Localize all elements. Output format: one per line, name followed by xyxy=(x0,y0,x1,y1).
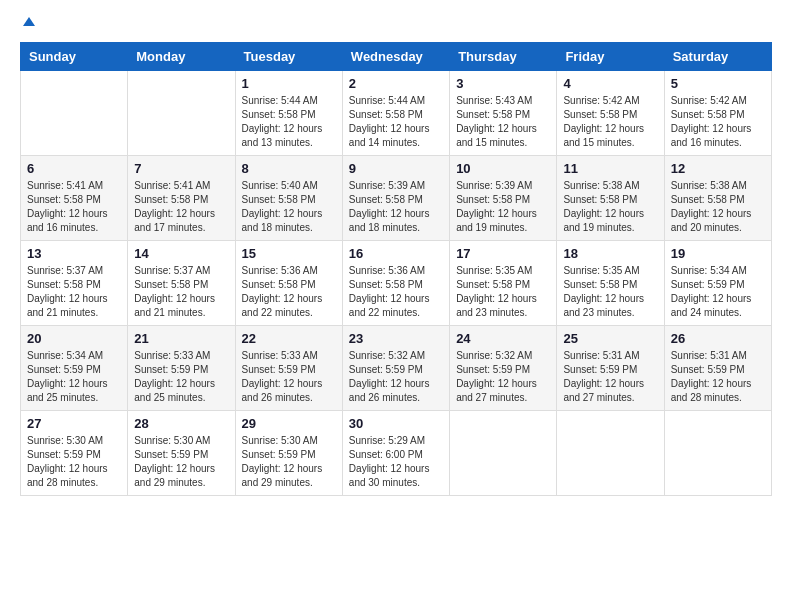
day-cell: 30Sunrise: 5:29 AM Sunset: 6:00 PM Dayli… xyxy=(342,411,449,496)
day-info: Sunrise: 5:35 AM Sunset: 5:58 PM Dayligh… xyxy=(563,264,657,320)
day-number: 27 xyxy=(27,416,121,431)
day-info: Sunrise: 5:30 AM Sunset: 5:59 PM Dayligh… xyxy=(134,434,228,490)
day-info: Sunrise: 5:42 AM Sunset: 5:58 PM Dayligh… xyxy=(671,94,765,150)
day-number: 1 xyxy=(242,76,336,91)
day-number: 14 xyxy=(134,246,228,261)
day-cell: 5Sunrise: 5:42 AM Sunset: 5:58 PM Daylig… xyxy=(664,71,771,156)
column-header-friday: Friday xyxy=(557,43,664,71)
day-cell: 17Sunrise: 5:35 AM Sunset: 5:58 PM Dayli… xyxy=(450,241,557,326)
day-number: 5 xyxy=(671,76,765,91)
day-info: Sunrise: 5:37 AM Sunset: 5:58 PM Dayligh… xyxy=(134,264,228,320)
day-number: 16 xyxy=(349,246,443,261)
day-info: Sunrise: 5:34 AM Sunset: 5:59 PM Dayligh… xyxy=(27,349,121,405)
day-cell: 15Sunrise: 5:36 AM Sunset: 5:58 PM Dayli… xyxy=(235,241,342,326)
column-header-sunday: Sunday xyxy=(21,43,128,71)
day-info: Sunrise: 5:32 AM Sunset: 5:59 PM Dayligh… xyxy=(456,349,550,405)
column-header-monday: Monday xyxy=(128,43,235,71)
day-number: 3 xyxy=(456,76,550,91)
day-info: Sunrise: 5:32 AM Sunset: 5:59 PM Dayligh… xyxy=(349,349,443,405)
day-info: Sunrise: 5:41 AM Sunset: 5:58 PM Dayligh… xyxy=(134,179,228,235)
day-number: 22 xyxy=(242,331,336,346)
day-info: Sunrise: 5:36 AM Sunset: 5:58 PM Dayligh… xyxy=(242,264,336,320)
day-cell: 16Sunrise: 5:36 AM Sunset: 5:58 PM Dayli… xyxy=(342,241,449,326)
column-header-saturday: Saturday xyxy=(664,43,771,71)
day-info: Sunrise: 5:38 AM Sunset: 5:58 PM Dayligh… xyxy=(563,179,657,235)
day-cell: 9Sunrise: 5:39 AM Sunset: 5:58 PM Daylig… xyxy=(342,156,449,241)
day-info: Sunrise: 5:33 AM Sunset: 5:59 PM Dayligh… xyxy=(242,349,336,405)
logo xyxy=(20,20,36,30)
day-number: 29 xyxy=(242,416,336,431)
day-number: 11 xyxy=(563,161,657,176)
week-row-4: 20Sunrise: 5:34 AM Sunset: 5:59 PM Dayli… xyxy=(21,326,772,411)
day-number: 28 xyxy=(134,416,228,431)
day-cell: 11Sunrise: 5:38 AM Sunset: 5:58 PM Dayli… xyxy=(557,156,664,241)
page-header xyxy=(20,20,772,30)
week-row-1: 1Sunrise: 5:44 AM Sunset: 5:58 PM Daylig… xyxy=(21,71,772,156)
day-info: Sunrise: 5:38 AM Sunset: 5:58 PM Dayligh… xyxy=(671,179,765,235)
day-cell: 1Sunrise: 5:44 AM Sunset: 5:58 PM Daylig… xyxy=(235,71,342,156)
day-number: 20 xyxy=(27,331,121,346)
day-cell: 8Sunrise: 5:40 AM Sunset: 5:58 PM Daylig… xyxy=(235,156,342,241)
day-info: Sunrise: 5:43 AM Sunset: 5:58 PM Dayligh… xyxy=(456,94,550,150)
header-row: SundayMondayTuesdayWednesdayThursdayFrid… xyxy=(21,43,772,71)
day-cell: 18Sunrise: 5:35 AM Sunset: 5:58 PM Dayli… xyxy=(557,241,664,326)
day-cell: 19Sunrise: 5:34 AM Sunset: 5:59 PM Dayli… xyxy=(664,241,771,326)
day-number: 15 xyxy=(242,246,336,261)
day-cell: 12Sunrise: 5:38 AM Sunset: 5:58 PM Dayli… xyxy=(664,156,771,241)
day-cell: 14Sunrise: 5:37 AM Sunset: 5:58 PM Dayli… xyxy=(128,241,235,326)
column-header-wednesday: Wednesday xyxy=(342,43,449,71)
day-info: Sunrise: 5:33 AM Sunset: 5:59 PM Dayligh… xyxy=(134,349,228,405)
day-number: 26 xyxy=(671,331,765,346)
day-cell: 4Sunrise: 5:42 AM Sunset: 5:58 PM Daylig… xyxy=(557,71,664,156)
day-number: 17 xyxy=(456,246,550,261)
day-cell: 25Sunrise: 5:31 AM Sunset: 5:59 PM Dayli… xyxy=(557,326,664,411)
day-cell: 29Sunrise: 5:30 AM Sunset: 5:59 PM Dayli… xyxy=(235,411,342,496)
day-cell: 2Sunrise: 5:44 AM Sunset: 5:58 PM Daylig… xyxy=(342,71,449,156)
day-info: Sunrise: 5:30 AM Sunset: 5:59 PM Dayligh… xyxy=(242,434,336,490)
day-number: 9 xyxy=(349,161,443,176)
day-cell: 7Sunrise: 5:41 AM Sunset: 5:58 PM Daylig… xyxy=(128,156,235,241)
day-number: 2 xyxy=(349,76,443,91)
day-info: Sunrise: 5:31 AM Sunset: 5:59 PM Dayligh… xyxy=(563,349,657,405)
day-number: 10 xyxy=(456,161,550,176)
day-info: Sunrise: 5:37 AM Sunset: 5:58 PM Dayligh… xyxy=(27,264,121,320)
day-info: Sunrise: 5:42 AM Sunset: 5:58 PM Dayligh… xyxy=(563,94,657,150)
logo-icon xyxy=(22,16,36,30)
day-cell xyxy=(664,411,771,496)
column-header-thursday: Thursday xyxy=(450,43,557,71)
day-cell: 21Sunrise: 5:33 AM Sunset: 5:59 PM Dayli… xyxy=(128,326,235,411)
day-cell: 10Sunrise: 5:39 AM Sunset: 5:58 PM Dayli… xyxy=(450,156,557,241)
day-number: 7 xyxy=(134,161,228,176)
column-header-tuesday: Tuesday xyxy=(235,43,342,71)
day-number: 23 xyxy=(349,331,443,346)
day-cell: 20Sunrise: 5:34 AM Sunset: 5:59 PM Dayli… xyxy=(21,326,128,411)
day-cell xyxy=(450,411,557,496)
day-cell: 3Sunrise: 5:43 AM Sunset: 5:58 PM Daylig… xyxy=(450,71,557,156)
day-number: 30 xyxy=(349,416,443,431)
day-cell: 27Sunrise: 5:30 AM Sunset: 5:59 PM Dayli… xyxy=(21,411,128,496)
day-cell: 23Sunrise: 5:32 AM Sunset: 5:59 PM Dayli… xyxy=(342,326,449,411)
week-row-2: 6Sunrise: 5:41 AM Sunset: 5:58 PM Daylig… xyxy=(21,156,772,241)
day-info: Sunrise: 5:30 AM Sunset: 5:59 PM Dayligh… xyxy=(27,434,121,490)
day-info: Sunrise: 5:36 AM Sunset: 5:58 PM Dayligh… xyxy=(349,264,443,320)
week-row-5: 27Sunrise: 5:30 AM Sunset: 5:59 PM Dayli… xyxy=(21,411,772,496)
day-info: Sunrise: 5:29 AM Sunset: 6:00 PM Dayligh… xyxy=(349,434,443,490)
calendar-table: SundayMondayTuesdayWednesdayThursdayFrid… xyxy=(20,42,772,496)
day-number: 18 xyxy=(563,246,657,261)
day-number: 25 xyxy=(563,331,657,346)
day-number: 4 xyxy=(563,76,657,91)
svg-marker-0 xyxy=(23,17,35,26)
day-number: 24 xyxy=(456,331,550,346)
day-info: Sunrise: 5:35 AM Sunset: 5:58 PM Dayligh… xyxy=(456,264,550,320)
day-cell: 24Sunrise: 5:32 AM Sunset: 5:59 PM Dayli… xyxy=(450,326,557,411)
day-info: Sunrise: 5:34 AM Sunset: 5:59 PM Dayligh… xyxy=(671,264,765,320)
day-info: Sunrise: 5:41 AM Sunset: 5:58 PM Dayligh… xyxy=(27,179,121,235)
day-info: Sunrise: 5:39 AM Sunset: 5:58 PM Dayligh… xyxy=(456,179,550,235)
day-number: 8 xyxy=(242,161,336,176)
day-number: 12 xyxy=(671,161,765,176)
day-info: Sunrise: 5:31 AM Sunset: 5:59 PM Dayligh… xyxy=(671,349,765,405)
calendar-body: 1Sunrise: 5:44 AM Sunset: 5:58 PM Daylig… xyxy=(21,71,772,496)
day-number: 19 xyxy=(671,246,765,261)
calendar-header: SundayMondayTuesdayWednesdayThursdayFrid… xyxy=(21,43,772,71)
day-cell: 28Sunrise: 5:30 AM Sunset: 5:59 PM Dayli… xyxy=(128,411,235,496)
